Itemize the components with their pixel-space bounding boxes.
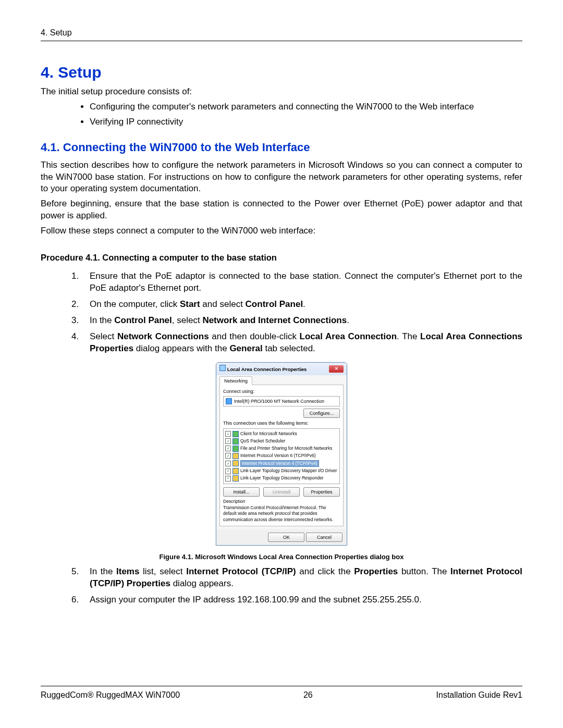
step-1: Ensure that the PoE adaptor is connected… [81, 270, 522, 294]
procedure-steps: Ensure that the PoE adaptor is connected… [70, 270, 522, 355]
list-item[interactable]: ✓Link-Layer Topology Discovery Responder [225, 475, 338, 482]
cancel-button[interactable]: Cancel [306, 533, 342, 542]
adapter-icon [226, 398, 232, 404]
footer-right: Installation Guide Rev1 [436, 689, 522, 701]
step-5: In the Items list, select Internet Proto… [81, 566, 522, 590]
procedure-title: Procedure 4.1. Connecting a computer to … [41, 252, 522, 263]
checkbox-icon: ✓ [225, 431, 231, 437]
uninstall-button: Uninstall [263, 487, 300, 497]
ok-button[interactable]: OK [268, 533, 304, 542]
window-icon [219, 365, 226, 371]
para-2: Before beginning, ensure that the base s… [41, 198, 522, 222]
protocol-icon [232, 468, 239, 474]
adapter-field: Intel(R) PRO/1000 MT Network Connection [223, 396, 340, 406]
properties-button[interactable]: Properties [303, 487, 340, 497]
procedure-steps-cont: In the Items list, select Internet Proto… [70, 566, 522, 606]
description-label: Description [223, 499, 340, 504]
tab-networking[interactable]: Networking [219, 376, 252, 385]
section-heading: 4. Setup [41, 62, 522, 83]
footer-left: RuggedCom® RuggedMAX WiN7000 [41, 689, 180, 701]
figure-caption: Figure 4.1. Microsoft Windows Local Area… [41, 552, 522, 562]
protocol-icon [232, 460, 239, 466]
list-item[interactable]: ✓Link-Layer Topology Discovery Mapper I/… [225, 467, 338, 475]
service-icon [232, 431, 239, 437]
checkbox-icon: ✓ [225, 461, 231, 466]
bullet-1: Configuring the computer's network param… [90, 101, 522, 113]
checkbox-icon: ✓ [225, 453, 231, 459]
connect-using-label: Connect using: [223, 388, 340, 394]
page-header: 4. Setup [41, 27, 522, 41]
description-text: Transmission Control Protocol/Internet P… [223, 505, 340, 523]
checkbox-icon: ✓ [225, 468, 231, 474]
subsection-heading: 4.1. Connecting the WiN7000 to the Web I… [41, 140, 522, 155]
intro-text: The initial setup procedure consists of: [41, 86, 522, 98]
service-icon [232, 438, 239, 445]
service-icon [232, 446, 239, 452]
intro-bullets: Configuring the computer's network param… [70, 101, 522, 128]
list-item[interactable]: ✓Internet Protocol Version 6 (TCP/IPv6) [225, 452, 338, 460]
close-icon[interactable]: ✕ [329, 365, 344, 373]
connection-items-list[interactable]: ✓Client for Microsoft Networks ✓QoS Pack… [223, 428, 340, 484]
items-label: This connection uses the following items… [223, 420, 340, 426]
para-3: Follow these steps connect a computer to… [41, 225, 522, 237]
figure-4-1: Local Area Connection Properties ✕ Netwo… [41, 362, 522, 562]
list-item[interactable]: ✓QoS Packet Scheduler [225, 438, 338, 445]
list-item[interactable]: ✓Client for Microsoft Networks [225, 430, 338, 438]
dialog-title: Local Area Connection Properties [227, 366, 307, 372]
page-footer: RuggedCom® RuggedMAX WiN7000 26 Installa… [41, 686, 522, 701]
para-1: This section describes how to configure … [41, 159, 522, 195]
protocol-icon [232, 453, 239, 459]
step-4: Select Network Connections and then doub… [81, 331, 522, 355]
list-item-selected[interactable]: ✓Internet Protocol Version 4 (TCP/IPv4) [225, 460, 338, 467]
step-2: On the computer, click Start and select … [81, 299, 522, 311]
checkbox-icon: ✓ [225, 476, 231, 482]
checkbox-icon: ✓ [225, 446, 231, 451]
protocol-icon [232, 475, 239, 482]
install-button[interactable]: Install... [223, 487, 260, 497]
dialog-local-area-connection-properties: Local Area Connection Properties ✕ Netwo… [216, 362, 347, 546]
checkbox-icon: ✓ [225, 438, 231, 444]
step-3: In the Control Panel, select Network and… [81, 315, 522, 327]
list-item[interactable]: ✓File and Printer Sharing for Microsoft … [225, 445, 338, 452]
bullet-2: Verifying IP connectivity [90, 116, 522, 128]
step-6: Assign your computer the IP address 192.… [81, 594, 522, 606]
footer-page-number: 26 [303, 689, 313, 701]
configure-button[interactable]: Configure... [303, 409, 340, 418]
